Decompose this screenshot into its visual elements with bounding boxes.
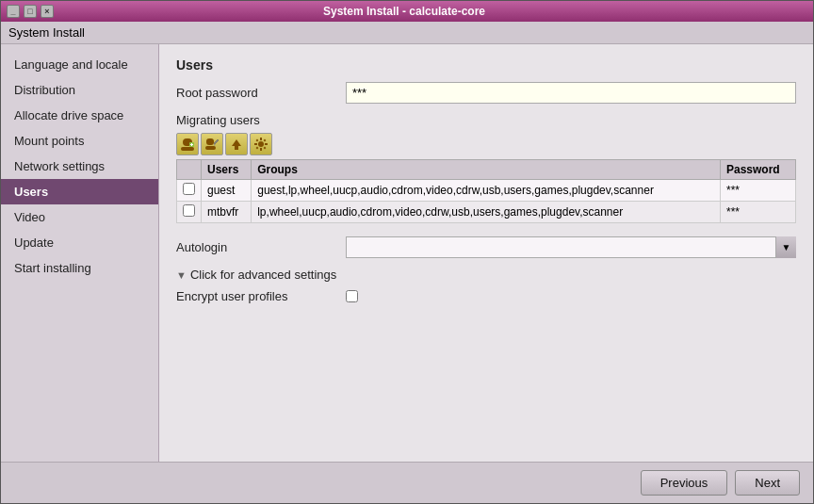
sidebar-item-users[interactable]: Users	[1, 179, 158, 204]
content-area: Language and localeDistributionAllocate …	[1, 44, 813, 462]
titlebar-buttons[interactable]: _ □ ×	[7, 5, 54, 18]
svg-rect-15	[265, 143, 268, 145]
users-table: Users Groups Password guest guest,lp,whe…	[176, 159, 796, 223]
next-button[interactable]: Next	[735, 470, 800, 496]
table-row: guest guest,lp,wheel,uucp,audio,cdrom,vi…	[177, 180, 796, 202]
sidebar-item-network-settings[interactable]: Network settings	[1, 154, 158, 179]
sidebar-item-video[interactable]: Video	[1, 204, 158, 230]
edit-user-button[interactable]	[201, 133, 223, 155]
svg-rect-17	[264, 139, 267, 142]
sidebar-item-mount-points[interactable]: Mount points	[1, 128, 158, 154]
row-password: ***	[720, 180, 795, 202]
svg-rect-18	[256, 147, 259, 150]
advanced-settings-label: Click for advanced settings	[190, 268, 336, 282]
move-up-button[interactable]	[225, 133, 248, 155]
row-user: guest	[202, 180, 252, 202]
svg-rect-10	[235, 146, 238, 150]
main-panel: Users Root password Migrating users	[159, 44, 813, 462]
table-row: mtbvfr lp,wheel,uucp,audio,cdrom,video,c…	[177, 202, 796, 223]
titlebar: _ □ × System Install - calculate-core	[1, 1, 813, 22]
svg-rect-1	[181, 147, 194, 151]
svg-rect-19	[264, 147, 267, 150]
row-checkbox-cell[interactable]	[177, 202, 202, 223]
footer: Previous Next	[1, 462, 813, 503]
root-password-input[interactable]	[346, 82, 796, 104]
settings-button[interactable]	[250, 133, 272, 155]
encrypt-label: Encrypt user profiles	[176, 289, 346, 303]
svg-rect-6	[205, 146, 216, 150]
root-password-label: Root password	[176, 86, 346, 100]
autologin-row: Autologin ▼	[176, 236, 796, 258]
sidebar-item-update[interactable]: Update	[1, 230, 158, 255]
advanced-triangle-icon: ▼	[176, 269, 187, 281]
col-header-groups: Groups	[252, 160, 721, 180]
sidebar: Language and localeDistributionAllocate …	[1, 44, 159, 462]
migrating-users-label: Migrating users	[176, 113, 796, 127]
row-groups: guest,lp,wheel,uucp,audio,cdrom,video,cd…	[252, 180, 721, 202]
col-header-check	[177, 160, 202, 180]
svg-rect-13	[260, 148, 262, 151]
svg-marker-9	[232, 139, 241, 146]
svg-marker-7	[214, 139, 219, 144]
svg-point-11	[258, 141, 264, 147]
root-password-row: Root password	[176, 82, 796, 104]
sidebar-item-allocate-drive-space[interactable]: Allocate drive space	[1, 103, 158, 128]
section-title: Users	[176, 57, 796, 73]
user-toolbar	[176, 133, 796, 155]
svg-line-8	[215, 144, 216, 146]
advanced-settings-row[interactable]: ▼ Click for advanced settings	[176, 268, 796, 282]
sidebar-item-distribution[interactable]: Distribution	[1, 77, 158, 103]
svg-rect-5	[206, 138, 214, 145]
encrypt-row: Encrypt user profiles	[176, 289, 796, 303]
autologin-select-wrapper[interactable]: ▼	[346, 236, 796, 258]
close-button[interactable]: ×	[41, 5, 54, 18]
encrypt-checkbox[interactable]	[346, 290, 358, 302]
previous-button[interactable]: Previous	[641, 470, 728, 496]
menubar: System Install	[1, 22, 813, 44]
svg-rect-14	[254, 143, 257, 145]
maximize-button[interactable]: □	[24, 5, 37, 18]
svg-rect-4	[190, 144, 193, 145]
window: _ □ × System Install - calculate-core Sy…	[0, 0, 814, 504]
window-title: System Install - calculate-core	[323, 5, 485, 18]
row-checkbox[interactable]	[183, 183, 195, 195]
svg-rect-12	[260, 138, 262, 140]
col-header-password: Password	[720, 160, 795, 180]
add-user-button[interactable]	[176, 133, 199, 155]
row-checkbox[interactable]	[183, 204, 195, 217]
row-password: ***	[720, 202, 795, 223]
minimize-button[interactable]: _	[7, 5, 20, 18]
autologin-select[interactable]	[346, 236, 796, 258]
sidebar-item-start-installing[interactable]: Start installing	[1, 255, 158, 281]
row-checkbox-cell[interactable]	[177, 180, 202, 202]
col-header-users: Users	[202, 160, 252, 180]
sidebar-item-language-and-locale[interactable]: Language and locale	[1, 52, 158, 77]
autologin-label: Autologin	[176, 240, 346, 254]
row-groups: lp,wheel,uucp,audio,cdrom,video,cdrw,usb…	[252, 202, 721, 223]
row-user: mtbvfr	[202, 202, 252, 223]
svg-rect-16	[256, 139, 259, 142]
menubar-label: System Install	[8, 25, 85, 40]
